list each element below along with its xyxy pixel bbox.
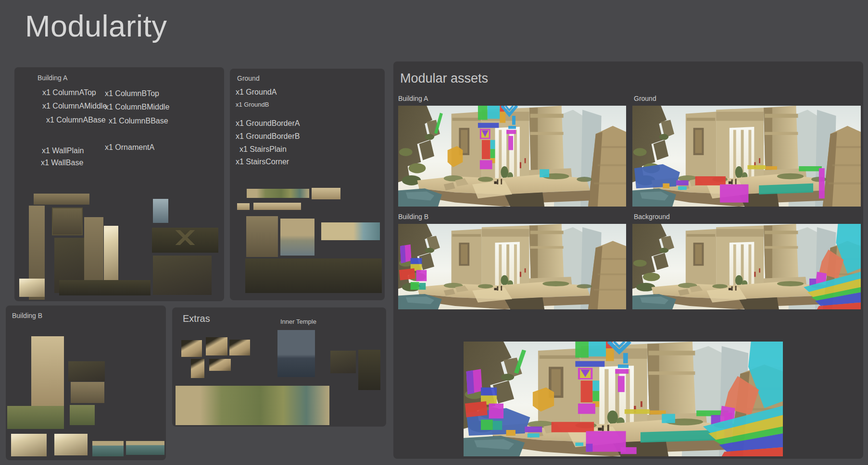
panel-modular-assets: Modular assets Building A Ground Buildin… [393,61,863,459]
thumbnail-stairs-corner[interactable] [246,216,278,257]
inner-temple-label: Inner Temple [280,318,316,325]
thumbnail-column-b-mid[interactable] [68,361,105,381]
thumbnail-lintel[interactable] [34,194,89,205]
panel-extras: Extras Inner Temple [172,307,386,427]
asset-item: x1 ColumnATop [42,88,96,97]
thumbnail-inner-temple[interactable] [277,330,315,377]
extras-header: Extras [183,313,210,324]
thumbnail-capital-blue[interactable] [153,199,168,223]
thumbnail-grass-cliff-wide[interactable] [176,386,329,425]
thumbnail-column-broken[interactable] [104,226,118,283]
scene-image-background[interactable] [632,224,861,309]
asset-item: x1 ColumnBMiddle [105,103,169,111]
thumbnail-ground-wide[interactable] [245,258,382,293]
thumbnail-wall-b-b[interactable] [54,434,88,455]
asset-item: x1 StairsPlain [239,145,287,154]
modularity-board: Modularity Building A x1 ColumnATop x1 C… [0,0,868,465]
thumbnail-ornament-chevron[interactable] [152,228,218,253]
thumbnail-ground-border[interactable] [321,222,380,240]
asset-item: x1 GroundB [236,101,269,108]
thumbnail-wall-base-wide[interactable] [59,280,151,295]
asset-item: x1 GroundA [236,88,277,97]
asset-item: x1 WallBase [41,159,83,167]
thumbnail-grass-wide[interactable] [7,406,64,429]
asset-item: x1 ColumnBBase [109,117,168,125]
asset-item: x1 GroundBorderB [236,132,300,141]
modular-assets-header: Modular assets [400,71,488,86]
asset-item: x1 ColumnAMiddle [42,102,107,110]
thumbnail-rocks-4[interactable] [191,359,204,378]
asset-item: x1 ColumnBTop [105,89,159,98]
thumbnail-stairs-plain[interactable] [280,219,314,256]
thumbnail-water-b[interactable] [126,441,164,455]
thumbnail-ground-strip[interactable] [247,189,309,198]
building-b-header: Building B [12,312,42,319]
thumbnail-rocks-3[interactable] [229,340,250,355]
thumbnail-ground-block-a[interactable] [237,203,250,210]
thumbnail-ground-block-b[interactable] [253,203,301,210]
thumbnail-extra-dark-b[interactable] [358,350,380,390]
panel-building-b: Building B [6,306,166,460]
thumbnail-capital-carved[interactable] [52,208,83,235]
ground-header: Ground [237,74,260,82]
thumbnail-extra-dark-a[interactable] [330,351,356,373]
thumbnail-column-b-tall[interactable] [31,336,64,406]
scene-image-building-b[interactable] [398,224,626,309]
thumbnail-rocks-5[interactable] [209,359,231,371]
thumbnail-wall-base-lit[interactable] [19,279,45,297]
scene-image-ground[interactable] [632,106,861,207]
thumbnail-grass-small[interactable] [70,405,95,425]
asset-item: x1 GroundBorderA [236,119,300,128]
thumbnail-ground-strip-b[interactable] [312,188,340,199]
image-label-background: Background [634,213,670,220]
thumbnail-wall-b-a[interactable] [11,434,47,456]
image-label-building-a: Building A [398,95,428,102]
asset-item: x1 StairsCorner [236,158,289,166]
thumbnail-rocks-1[interactable] [181,340,202,357]
asset-item: x1 WallPlain [42,147,84,155]
image-label-ground: Ground [634,95,656,102]
panel-ground: Ground x1 GroundA x1 GroundB x1 GroundBo… [230,69,385,300]
scene-image-combined[interactable] [464,342,783,456]
page-title: Modularity [25,9,167,43]
thumbnail-water-a[interactable] [92,441,124,456]
image-label-building-b: Building B [398,213,428,220]
asset-item: x1 OrnamentA [105,143,154,152]
thumbnail-rocks-2[interactable] [206,337,227,355]
panel-building-a: Building A x1 ColumnATop x1 ColumnAMiddl… [14,67,224,301]
thumbnail-wall-pieces[interactable] [153,256,212,295]
scene-image-building-a[interactable] [398,106,626,207]
building-a-header: Building A [38,74,67,82]
asset-item: x1 ColumnABase [46,116,106,124]
thumbnail-column-b-low[interactable] [71,382,104,403]
